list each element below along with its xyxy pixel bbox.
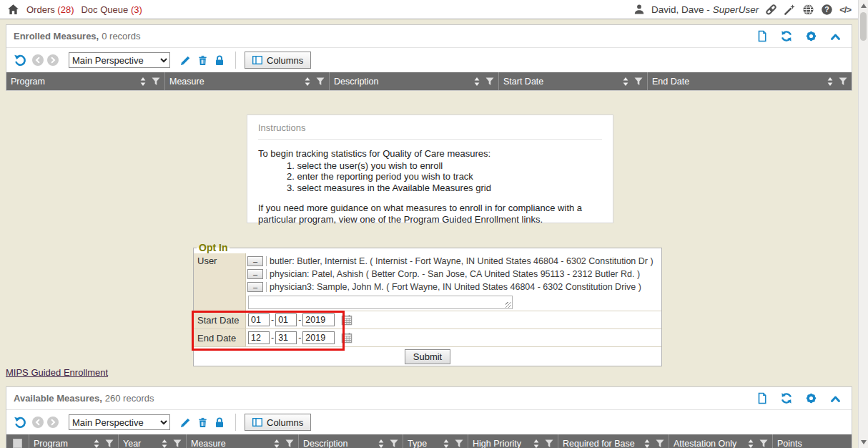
sort-icon[interactable]	[623, 77, 628, 86]
sort-icon[interactable]	[443, 439, 449, 448]
column-header-program[interactable]: Program	[29, 434, 119, 448]
globe-icon[interactable]	[802, 4, 814, 16]
end-date-year-input[interactable]	[302, 331, 335, 344]
submit-button[interactable]: Submit	[405, 349, 450, 364]
collapse-panel-icon[interactable]	[829, 31, 842, 42]
column-header-description[interactable]: Description	[299, 434, 403, 448]
column-header-attestation-only[interactable]: Attestation Only	[669, 434, 773, 448]
scroll-down-icon[interactable]	[861, 440, 867, 444]
scroll-up-icon[interactable]	[861, 4, 867, 8]
column-header-points[interactable]: Points	[773, 434, 852, 448]
collapse-panel-icon[interactable]	[829, 394, 842, 404]
filter-icon[interactable]	[173, 439, 182, 448]
refresh-icon[interactable]	[780, 30, 793, 42]
code-icon[interactable]: </>	[839, 4, 851, 15]
page-scrollbar[interactable]	[858, 0, 868, 448]
user-search-input[interactable]	[248, 296, 513, 309]
filter-icon[interactable]	[485, 77, 494, 86]
columns-button[interactable]: Columns	[245, 414, 311, 431]
sort-icon[interactable]	[644, 439, 650, 448]
remove-user-button[interactable]: –	[247, 269, 263, 279]
edit-perspective-icon[interactable]	[179, 417, 192, 429]
prev-perspective-icon[interactable]	[32, 54, 44, 66]
column-header-type[interactable]: Type	[403, 434, 468, 448]
new-document-icon[interactable]	[756, 30, 768, 42]
svg-text:?: ?	[824, 5, 829, 14]
column-header-measure[interactable]: Measure	[165, 72, 330, 90]
sort-icon[interactable]	[162, 439, 167, 448]
next-perspective-icon[interactable]	[47, 417, 59, 428]
delete-perspective-icon[interactable]	[197, 54, 208, 67]
column-header-high-priority[interactable]: High Priority	[468, 434, 558, 448]
settings-gear-icon[interactable]	[805, 30, 817, 42]
remove-user-button[interactable]: –	[247, 256, 263, 266]
sort-icon[interactable]	[748, 439, 754, 448]
filter-icon[interactable]	[545, 439, 553, 448]
lock-perspective-icon[interactable]	[214, 417, 225, 429]
nav-doc-queue[interactable]: Doc Queue (3)	[81, 4, 142, 15]
instruction-step: 3. select measures in the Available Meas…	[287, 182, 602, 194]
start-date-month-input[interactable]	[248, 313, 270, 326]
new-document-icon[interactable]	[756, 392, 768, 404]
undo-icon[interactable]	[14, 54, 27, 67]
sort-icon[interactable]	[305, 77, 310, 86]
help-icon[interactable]: ?	[821, 4, 833, 16]
selected-user-row: – physician: Patel, Ashish ( Better Corp…	[247, 268, 659, 281]
nav-orders-count: (28)	[57, 4, 74, 15]
start-date-year-input[interactable]	[302, 313, 335, 326]
filter-icon[interactable]	[285, 439, 294, 448]
perspective-select[interactable]: Main Perspective	[69, 52, 170, 68]
filter-icon[interactable]	[105, 439, 114, 448]
end-date-day-input[interactable]	[275, 331, 297, 344]
nav-orders[interactable]: Orders (28)	[26, 4, 74, 15]
edit-perspective-icon[interactable]	[179, 54, 192, 67]
column-header-measure[interactable]: Measure	[187, 434, 299, 448]
filter-icon[interactable]	[316, 77, 325, 86]
column-header-program[interactable]: Program	[6, 72, 165, 90]
columns-button[interactable]: Columns	[245, 52, 311, 69]
calendar-icon[interactable]	[341, 314, 352, 326]
delete-perspective-icon[interactable]	[197, 417, 208, 429]
mips-guided-enrollment-link[interactable]: MIPS Guided Enrollment	[6, 367, 108, 378]
start-date-day-input[interactable]	[275, 313, 297, 326]
sort-icon[interactable]	[827, 77, 833, 86]
sort-icon[interactable]	[94, 439, 99, 448]
columns-icon	[252, 56, 262, 64]
perspective-select[interactable]: Main Perspective	[69, 414, 170, 430]
filter-icon[interactable]	[152, 77, 160, 86]
filter-icon[interactable]	[455, 439, 463, 448]
lock-perspective-icon[interactable]	[214, 54, 225, 67]
column-header-end-date[interactable]: End Date	[648, 72, 852, 90]
refresh-icon[interactable]	[780, 392, 793, 404]
column-header-start-date[interactable]: Start Date	[499, 72, 648, 90]
wand-icon[interactable]	[784, 4, 796, 16]
sort-icon[interactable]	[140, 77, 146, 86]
filter-icon[interactable]	[839, 77, 847, 86]
select-all-checkbox[interactable]	[13, 439, 22, 448]
sort-icon[interactable]	[274, 439, 280, 448]
sort-icon[interactable]	[378, 439, 384, 448]
filter-icon[interactable]	[634, 77, 643, 86]
end-date-row: End Date - -	[194, 329, 661, 347]
undo-icon[interactable]	[14, 416, 27, 429]
prev-perspective-icon[interactable]	[32, 417, 44, 428]
filter-icon[interactable]	[390, 439, 398, 448]
scrollbar-thumb[interactable]	[860, 12, 867, 41]
home-icon[interactable]	[7, 4, 19, 16]
sort-icon[interactable]	[474, 77, 480, 86]
next-perspective-icon[interactable]	[47, 54, 59, 66]
column-header-required-for-base[interactable]: Required for Base	[558, 434, 669, 448]
settings-gear-icon[interactable]	[805, 392, 817, 404]
columns-button-label: Columns	[267, 417, 303, 428]
column-header-year[interactable]: Year	[119, 434, 187, 448]
column-header-description[interactable]: Description	[330, 72, 499, 90]
calendar-icon[interactable]	[341, 332, 352, 344]
nav-doc-queue-label: Doc Queue	[81, 4, 128, 15]
filter-icon[interactable]	[759, 439, 768, 448]
link-icon[interactable]	[765, 4, 777, 16]
end-date-month-input[interactable]	[248, 331, 270, 344]
remove-user-button[interactable]: –	[247, 282, 263, 292]
available-record-count: 260 records	[105, 393, 154, 404]
sort-icon[interactable]	[533, 439, 539, 448]
filter-icon[interactable]	[656, 439, 664, 448]
